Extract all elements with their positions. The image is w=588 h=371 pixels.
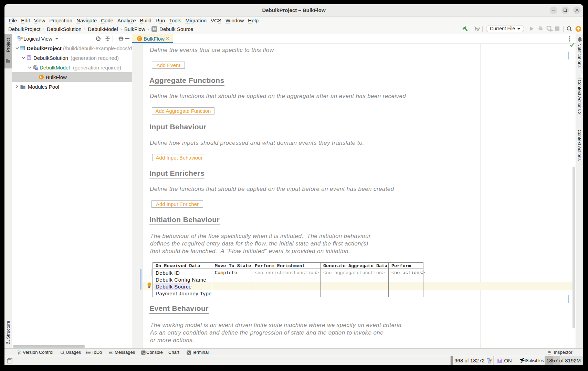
svg-text:F: F <box>138 37 141 41</box>
svg-text:L: L <box>21 37 23 40</box>
svg-text:F: F <box>40 75 42 79</box>
svg-text:M: M <box>35 67 38 70</box>
svg-text:L: L <box>490 359 492 362</box>
svg-text:D: D <box>487 359 489 361</box>
svg-text:D: D <box>18 36 20 39</box>
svg-text:S: S <box>28 56 30 59</box>
